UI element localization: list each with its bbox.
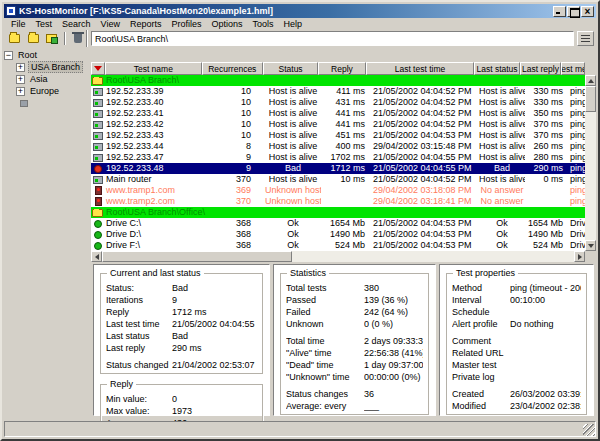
menu-item[interactable]: Search: [57, 19, 96, 29]
scroll-down-button[interactable]: [585, 240, 596, 251]
field-value: ping (timeout - 2000 ms): [510, 283, 581, 293]
table-row[interactable]: 192.52.233.47 9 Host is alive 1702 ms 21…: [91, 152, 585, 163]
horizontal-scrollbar[interactable]: [91, 251, 585, 262]
cell-test-name: www.tramp2.com: [105, 196, 203, 207]
column-header-recurrences[interactable]: Recurrences: [202, 62, 263, 75]
delete-button[interactable]: [69, 31, 86, 46]
row-status-icon: [93, 88, 103, 96]
column-header-last-reply[interactable]: Last reply: [520, 62, 562, 75]
column-header-last-test-time[interactable]: Last test time: [366, 62, 475, 75]
table-row[interactable]: Root\USA Branch\Office\: [91, 207, 585, 218]
resize-grip[interactable]: [583, 424, 595, 436]
tree-item-europe[interactable]: Europe: [4, 85, 87, 97]
tree-item-root[interactable]: Root: [4, 49, 87, 61]
cell-test-method: Drive s: [567, 229, 585, 240]
table-row[interactable]: Drive C:\ 368 Ok 1654 Mb 21/05/2002 04:0…: [91, 218, 585, 229]
table-row[interactable]: 192.52.233.43 10 Host is alive 451 ms 21…: [91, 130, 585, 141]
column-header-last-status[interactable]: Last status: [474, 62, 519, 75]
table-row[interactable]: www.tramp2.com 370 Unknown host 29/04/20…: [91, 196, 585, 207]
toolbar-separator: [64, 32, 65, 45]
close-icon[interactable]: [581, 6, 594, 17]
table-row[interactable]: 192.52.233.39 10 Host is alive 411 ms 21…: [91, 86, 585, 97]
status-field-row: Reply 1712 ms: [106, 306, 257, 318]
reply-field-row: Min value: 0: [106, 393, 257, 405]
cell-last-test-time: 21/05/2002 04:04:53 PM: [369, 240, 479, 251]
copy-test-button[interactable]: [44, 31, 61, 46]
table-header: Test name Recurrences Status Reply Last …: [91, 62, 585, 75]
cell-reply: 1490 Mb: [321, 229, 369, 240]
vertical-scroll-thumb[interactable]: [585, 86, 596, 112]
new-folder-button[interactable]: [25, 31, 42, 46]
table-row[interactable]: 192.52.233.40 10 Host is alive 431 ms 21…: [91, 97, 585, 108]
folder-list-button[interactable]: [577, 31, 594, 46]
scroll-up-button[interactable]: [585, 75, 596, 86]
table-row[interactable]: Main router 370 Host is alive 10 ms 21/0…: [91, 174, 585, 185]
scroll-right-button[interactable]: [574, 251, 585, 262]
cell-reply: 441 ms: [321, 119, 369, 130]
scrollbar-corner: [585, 251, 596, 262]
menu-item[interactable]: Options: [206, 19, 247, 29]
table-row[interactable]: www.tramp1.com 369 Unknown host 29/04/20…: [91, 185, 585, 196]
expand-icon[interactable]: [16, 75, 25, 84]
field-value: 380: [364, 283, 423, 293]
tree-item-asia[interactable]: Asia: [4, 73, 87, 85]
maximize-icon[interactable]: [567, 6, 580, 17]
cell-test-name: 192.52.233.41: [105, 108, 203, 119]
field-value: 1973: [172, 406, 257, 416]
cell-last-reply: 350 ms: [525, 108, 567, 119]
expand-icon[interactable]: [16, 87, 25, 96]
column-header-reply[interactable]: Reply: [318, 62, 365, 75]
leaf-node-icon: [20, 100, 28, 107]
cell-last-status: No answer: [479, 196, 525, 207]
vertical-scrollbar[interactable]: [585, 75, 596, 251]
minimize-icon[interactable]: [553, 6, 566, 17]
cell-status: Ok: [265, 218, 321, 229]
cell-test-name: Drive C:\: [105, 218, 203, 229]
collapse-icon[interactable]: [4, 51, 13, 60]
table-row[interactable]: 192.52.233.44 8 Host is alive 400 ms 29/…: [91, 141, 585, 152]
folder-path-input[interactable]: [91, 31, 574, 46]
menu-item[interactable]: View: [96, 19, 125, 29]
cell-test-name: 192.52.233.42: [105, 119, 203, 130]
table-row[interactable]: Drive D:\ 368 Ok 1490 Mb 21/05/2002 04:0…: [91, 229, 585, 240]
panel-status-reply: Current and last status Status: Bad Iter…: [93, 264, 270, 416]
table-row[interactable]: Root\USA Branch\: [91, 75, 585, 86]
new-test-button[interactable]: [6, 31, 23, 46]
column-header-test-name[interactable]: Test name: [105, 62, 202, 75]
cell-last-reply: 524 Mb: [525, 240, 567, 251]
cell-last-test-time: 21/05/2002 04:04:55 PM: [369, 163, 479, 174]
horizontal-scroll-thumb[interactable]: [102, 251, 292, 262]
cell-recurrences: 368: [203, 240, 265, 251]
menu-item[interactable]: Profiles: [166, 19, 206, 29]
field-label: "Alive" time: [286, 348, 364, 358]
table-row[interactable]: 192.52.233.48 9 Bad 1712 ms 21/05/2002 0…: [91, 163, 585, 174]
column-header-test-method[interactable]: Test met: [561, 62, 585, 75]
groupbox-test-properties: Test properties Method ping (timeout - 2…: [446, 273, 587, 415]
cell-status: Host is alive: [265, 152, 321, 163]
groupbox-title: Current and last status: [107, 268, 204, 278]
cell-last-status: No answer: [479, 185, 525, 196]
row-status-icon: [93, 143, 103, 151]
status-field-row: Last test time 21/05/2002 04:04:55 PM: [106, 318, 257, 330]
tree-item-usa-branch[interactable]: USA Branch: [4, 61, 87, 73]
expand-icon[interactable]: [16, 63, 25, 72]
menu-item[interactable]: Tools: [247, 19, 278, 29]
tree-item-leaf[interactable]: [4, 97, 87, 109]
cell-test-method: ping (ti: [567, 196, 585, 207]
menu-item[interactable]: File: [6, 19, 31, 29]
field-label: Private log: [452, 372, 510, 382]
panel-test-properties: Test properties Method ping (timeout - 2…: [439, 264, 594, 416]
cell-last-status: Host is alive: [479, 119, 525, 130]
menu-item[interactable]: Test: [31, 19, 58, 29]
cell-last-status: Bad: [479, 163, 525, 174]
column-header-status[interactable]: Status: [263, 62, 318, 75]
table-row[interactable]: 192.52.233.41 10 Host is alive 441 ms 21…: [91, 108, 585, 119]
app-window: KS-HostMonitor [F:\KS5-Canada\HostMon20\…: [0, 0, 600, 441]
scroll-left-button[interactable]: [91, 251, 102, 262]
column-header-sort[interactable]: [91, 62, 105, 75]
table-row[interactable]: 192.52.233.42 10 Host is alive 441 ms 21…: [91, 119, 585, 130]
menu-item[interactable]: Reports: [125, 19, 167, 29]
properties-field-row: Interval 00:10:00: [452, 294, 581, 306]
menu-item[interactable]: Help: [279, 19, 308, 29]
table-row[interactable]: Drive F:\ 368 Ok 524 Mb 21/05/2002 04:04…: [91, 240, 585, 251]
